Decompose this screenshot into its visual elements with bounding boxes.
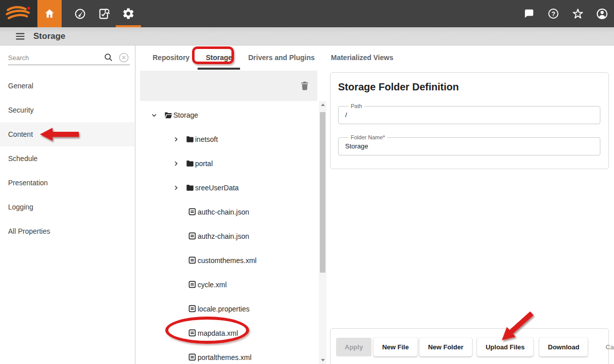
hamburger-icon — [15, 31, 26, 42]
settings-sidebar: General Security Content Schedule Presen… — [0, 45, 135, 364]
tree-row-portalthemes[interactable]: portalthemes.xml — [140, 345, 317, 364]
folder-name-field: Folder Name* — [338, 137, 600, 155]
cancel-button[interactable]: Cancel — [597, 338, 614, 356]
chevron-down-icon[interactable] — [150, 111, 159, 120]
account-button[interactable] — [590, 0, 614, 27]
file-icon — [188, 232, 197, 241]
tree-row-inetsoft[interactable]: inetsoft — [140, 127, 317, 151]
sidebar-item-logging[interactable]: Logging — [0, 195, 134, 219]
tree-row-mapdata[interactable]: mapdata.xml — [140, 321, 317, 345]
file-icon — [188, 280, 197, 289]
tab-repository[interactable]: Repository — [145, 45, 198, 70]
tab-drivers-and-plugins[interactable]: Drivers and Plugins — [240, 45, 322, 70]
auditing-button[interactable] — [92, 0, 116, 27]
apply-button[interactable]: Apply — [336, 338, 371, 356]
tree-toolbar — [140, 71, 317, 101]
home-icon — [43, 8, 56, 20]
delete-button[interactable] — [297, 78, 312, 93]
path-input[interactable] — [345, 107, 595, 124]
inetsoft-logo — [0, 0, 37, 27]
new-file-button[interactable]: New File — [373, 338, 417, 356]
clear-search-button[interactable] — [118, 51, 130, 64]
tree-scrollbar[interactable] — [319, 101, 326, 364]
tree-row-portal[interactable]: portal — [140, 151, 317, 176]
chevron-right-icon[interactable] — [171, 135, 180, 144]
page-header: Storage — [0, 27, 614, 45]
trash-icon — [299, 80, 310, 91]
tab-storage[interactable]: Storage — [198, 45, 240, 70]
chat-button[interactable] — [517, 0, 541, 27]
report-search-icon — [98, 8, 111, 20]
help-button[interactable]: ? — [541, 0, 565, 27]
tree-row-storage[interactable]: Storage — [140, 103, 317, 127]
scrollbar-thumb[interactable] — [320, 112, 325, 273]
storage-folder-panel: Storage Folder Definition Path Folder Na… — [328, 70, 614, 364]
gear-icon — [122, 7, 135, 20]
sidebar-item-presentation[interactable]: Presentation — [0, 171, 134, 195]
star-icon — [572, 8, 584, 20]
file-icon — [188, 329, 197, 338]
search-field — [8, 50, 130, 65]
folder-icon — [185, 135, 195, 144]
panel-title: Storage Folder Definition — [338, 81, 459, 93]
sidebar-nav: General Security Content Schedule Presen… — [0, 74, 134, 243]
gauge-icon — [74, 8, 86, 20]
tab-materialized-views[interactable]: Materialized Views — [323, 45, 401, 70]
new-folder-button[interactable]: New Folder — [419, 338, 472, 356]
search-input[interactable] — [8, 54, 103, 62]
svg-text:?: ? — [551, 11, 555, 18]
tree-row-cycle[interactable]: cycle.xml — [140, 273, 317, 297]
folder-open-icon — [164, 111, 173, 120]
content-tabbar: Repository Storage Drivers and Plugins M… — [136, 45, 614, 70]
sidebar-item-general[interactable]: General — [0, 74, 134, 98]
search-icon — [103, 52, 114, 63]
folder-icon — [185, 183, 195, 192]
tree-row-sreeuserdata[interactable]: sreeUserData — [140, 176, 317, 200]
storage-tree-panel: Storage inetsoft portal — [136, 70, 328, 364]
storage-tree: Storage inetsoft portal — [140, 101, 317, 364]
account-icon — [596, 8, 608, 20]
chevron-right-icon[interactable] — [171, 183, 180, 192]
sidebar-item-security[interactable]: Security — [0, 98, 134, 122]
sidebar-item-all-properties[interactable]: All Properties — [0, 219, 134, 243]
upload-files-button[interactable]: Upload Files — [477, 338, 533, 356]
top-app-bar: ? — [0, 0, 614, 27]
file-icon — [188, 256, 197, 265]
chevron-right-icon[interactable] — [171, 159, 180, 168]
inetsoft-logo-icon — [5, 4, 32, 23]
sidebar-item-content[interactable]: Content — [0, 122, 134, 146]
scroll-up-button[interactable] — [319, 101, 326, 109]
home-button[interactable] — [37, 0, 62, 27]
folder-name-input[interactable] — [345, 138, 595, 155]
clear-circle-icon — [118, 51, 130, 64]
action-bar: Apply New File New Folder Upload Files D… — [330, 328, 609, 364]
monitoring-button[interactable] — [68, 0, 92, 27]
help-icon: ? — [547, 8, 559, 20]
tree-row-authz-chain[interactable]: authz-chain.json — [140, 224, 317, 248]
favorites-button[interactable] — [565, 0, 590, 27]
folder-definition-card: Storage Folder Definition Path Folder Na… — [330, 72, 609, 169]
scroll-down-button[interactable] — [319, 356, 326, 364]
tree-row-customthemes[interactable]: customthemes.xml — [140, 248, 317, 273]
path-field: Path — [338, 106, 600, 124]
download-button[interactable]: Download — [539, 338, 588, 356]
settings-button[interactable] — [116, 0, 140, 27]
file-icon — [188, 353, 197, 362]
tree-row-authc-chain[interactable]: authc-chain.json — [140, 200, 317, 224]
menu-button[interactable] — [14, 30, 26, 42]
chat-bubble-icon — [524, 8, 535, 19]
file-icon — [188, 304, 197, 314]
file-icon — [188, 207, 197, 217]
active-section-underline — [116, 25, 141, 27]
sidebar-item-schedule[interactable]: Schedule — [0, 146, 134, 171]
folder-icon — [185, 159, 195, 168]
tree-row-locale-properties[interactable]: locale.properties — [140, 297, 317, 321]
page-title: Storage — [33, 31, 65, 41]
